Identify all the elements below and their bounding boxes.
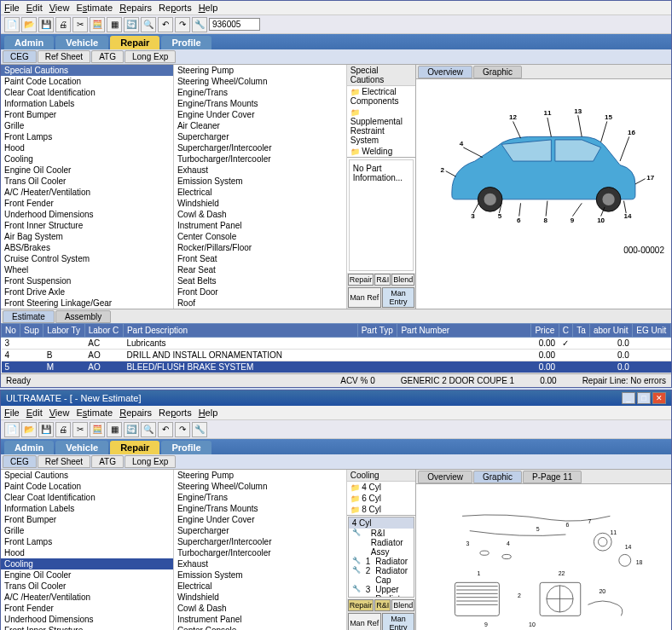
- list-item[interactable]: Supercharger: [174, 131, 346, 142]
- list-item[interactable]: Clear Coat Identification: [1, 87, 173, 98]
- list-item[interactable]: Turbocharger/Intercooler: [174, 547, 346, 558]
- manref-button[interactable]: Man Ref: [348, 287, 381, 308]
- table-row[interactable]: 3ACLubricants0.00✓0.0: [2, 338, 671, 350]
- list-item[interactable]: Windshield: [174, 198, 346, 209]
- calc-icon[interactable]: 🧮: [90, 17, 105, 32]
- grid-icon[interactable]: ▦: [107, 17, 122, 32]
- tab-repair[interactable]: Repair: [110, 36, 159, 49]
- menu-repairs[interactable]: Repairs: [119, 3, 152, 13]
- save-icon[interactable]: 💾: [38, 17, 54, 32]
- col-ta[interactable]: Ta: [573, 324, 590, 338]
- list-item[interactable]: Rear Seat: [174, 264, 346, 275]
- print-icon[interactable]: 🖨: [55, 17, 71, 32]
- menu-estimate[interactable]: Estimate: [76, 3, 113, 13]
- cooling-type[interactable]: 8 Cyl: [347, 504, 416, 515]
- redo-icon[interactable]: ↷: [175, 422, 190, 437]
- subtab-refsheet[interactable]: Ref Sheet: [38, 50, 90, 63]
- refresh-icon[interactable]: 🔄: [124, 422, 139, 437]
- manref-button[interactable]: Man Ref: [348, 613, 381, 630]
- list-item[interactable]: A/C /Heater/Ventilation: [1, 187, 173, 198]
- list-item[interactable]: Cowl & Dash: [174, 603, 346, 614]
- list-item[interactable]: Steering Pump: [174, 470, 346, 481]
- list-item[interactable]: Electrical: [174, 187, 346, 198]
- list-item[interactable]: Rocker/Pillars/Floor: [174, 242, 346, 253]
- list-item[interactable]: Front Inner Structure: [1, 625, 173, 630]
- col-parttype[interactable]: Part Typ: [357, 324, 397, 338]
- list-item[interactable]: Windshield: [174, 592, 346, 603]
- blend-button[interactable]: Blend: [391, 274, 414, 286]
- tab-overview[interactable]: Overview: [418, 66, 472, 78]
- new-icon[interactable]: 📄: [4, 17, 20, 32]
- maximize-button[interactable]: □: [637, 392, 651, 404]
- list-item[interactable]: Special Cautions: [1, 65, 173, 76]
- open-icon[interactable]: 📂: [21, 422, 37, 437]
- grid-icon[interactable]: ▦: [107, 422, 122, 437]
- caution-item[interactable]: Electrical Components: [347, 86, 416, 107]
- menu-reports[interactable]: Reports: [159, 407, 192, 418]
- tab-overview[interactable]: Overview: [418, 471, 472, 483]
- list-item[interactable]: Steering Pump: [174, 65, 346, 76]
- list-item-cooling[interactable]: Cooling: [1, 558, 173, 569]
- sublist-item[interactable]: R&I Radiator Assy: [349, 529, 414, 557]
- list-item[interactable]: Cooling: [1, 153, 173, 165]
- menu-reports[interactable]: Reports: [159, 3, 192, 13]
- list-item[interactable]: Front Fender: [1, 603, 173, 614]
- tab-graphic[interactable]: Graphic: [473, 66, 522, 78]
- list-item[interactable]: Engine/Trans: [174, 87, 346, 98]
- list-item[interactable]: Air Cleaner: [174, 120, 346, 131]
- list-item[interactable]: Turbocharger/Intercooler: [174, 153, 346, 165]
- cooling-diagram[interactable]: 134 567 111418 22202 910 506-00021 Cooli…: [416, 484, 671, 630]
- blend-button[interactable]: Blend: [391, 599, 414, 611]
- cooling-type[interactable]: 6 Cyl: [347, 493, 416, 504]
- col-price[interactable]: Price: [531, 324, 559, 338]
- menu-view[interactable]: View: [49, 407, 70, 418]
- subtab-atg[interactable]: ATG: [91, 50, 124, 63]
- col-c[interactable]: C: [559, 324, 572, 338]
- menu-view[interactable]: View: [49, 3, 70, 13]
- list-item[interactable]: Information Labels: [1, 98, 173, 109]
- list-item[interactable]: Grille: [1, 120, 173, 131]
- list-item[interactable]: Air Bag System: [1, 231, 173, 242]
- tab-assembly[interactable]: Assembly: [55, 310, 111, 323]
- list-item[interactable]: Engine Oil Cooler: [1, 569, 173, 581]
- subtab-ceg[interactable]: CEG: [3, 455, 37, 468]
- tab-profile[interactable]: Profile: [161, 36, 211, 49]
- list-item[interactable]: Engine Under Cover: [174, 109, 346, 120]
- cut-icon[interactable]: ✂: [72, 17, 88, 32]
- list-item[interactable]: Trans Oil Cooler: [1, 581, 173, 592]
- col-egunit[interactable]: EG Unit: [633, 324, 671, 338]
- list-item[interactable]: Underhood Dimensions: [1, 209, 173, 220]
- list-item[interactable]: Cowl & Dash: [174, 209, 346, 220]
- calc-icon[interactable]: 🧮: [90, 422, 105, 437]
- list-item[interactable]: Emission System: [174, 569, 346, 581]
- tab-ppage11[interactable]: P-Page 11: [523, 471, 582, 483]
- list-item[interactable]: Paint Code Location: [1, 481, 173, 492]
- menu-edit[interactable]: Edit: [26, 3, 43, 13]
- list-item[interactable]: Emission System: [174, 176, 346, 187]
- tab-admin[interactable]: Admin: [4, 36, 54, 49]
- list-item[interactable]: Clear Coat Identification: [1, 492, 173, 503]
- tool-icon[interactable]: 🔧: [192, 422, 207, 437]
- list-item[interactable]: Front Steering Linkage/Gear: [1, 298, 173, 309]
- table-row[interactable]: 5MAOBLEED/FLUSH BRAKE SYSTEM0.000.0: [2, 361, 671, 373]
- undo-icon[interactable]: ↶: [158, 17, 173, 32]
- menu-repairs[interactable]: Repairs: [119, 407, 152, 418]
- cut-icon[interactable]: ✂: [72, 422, 88, 437]
- list-item[interactable]: Cruise Control System: [1, 253, 173, 264]
- ri-button[interactable]: R&I: [374, 274, 391, 286]
- list-item[interactable]: Steering Wheel/Column: [174, 76, 346, 87]
- list-item[interactable]: Front Bumper: [1, 514, 173, 525]
- list-item[interactable]: Center Console: [174, 231, 346, 242]
- tab-repair[interactable]: Repair: [110, 441, 159, 454]
- col-laborunit[interactable]: abor Unit: [589, 324, 632, 338]
- tab-admin[interactable]: Admin: [4, 441, 54, 454]
- subtab-ceg[interactable]: CEG: [3, 50, 37, 63]
- close-button[interactable]: ✕: [652, 392, 666, 404]
- cooling-type[interactable]: 4 Cyl: [347, 482, 416, 493]
- list-item[interactable]: Instrument Panel: [174, 614, 346, 625]
- sublist-item[interactable]: 1Radiator: [349, 557, 414, 566]
- tab-estimate[interactable]: Estimate: [3, 310, 55, 323]
- list-item[interactable]: Grille: [1, 525, 173, 536]
- list-item[interactable]: Trans Oil Cooler: [1, 176, 173, 187]
- list-item[interactable]: Front Lamps: [1, 536, 173, 547]
